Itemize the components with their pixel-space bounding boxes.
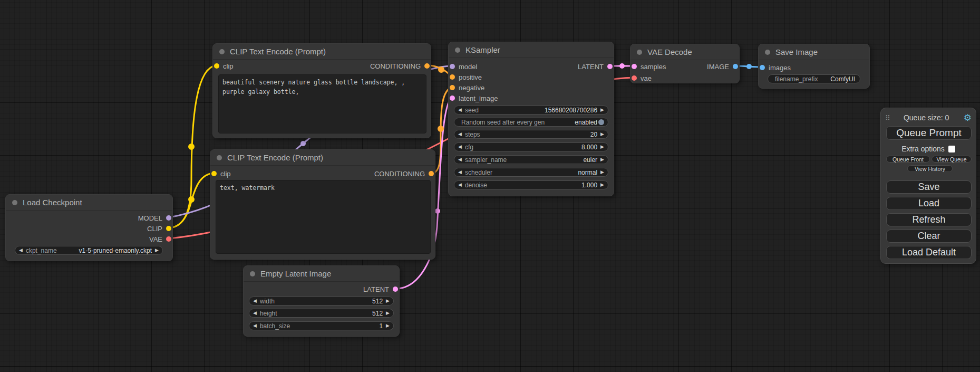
- seed-widget[interactable]: ◀ seed 156680208700286 ▶: [454, 106, 608, 115]
- node-titlebar[interactable]: CLIP Text Encode (Prompt): [213, 44, 431, 60]
- drag-handle-icon[interactable]: ⠿: [885, 114, 889, 122]
- decrement-arrow-icon[interactable]: ◀: [458, 145, 462, 149]
- node-titlebar[interactable]: CLIP Text Encode (Prompt): [210, 150, 435, 166]
- width-widget[interactable]: ◀ width 512 ▶: [249, 297, 394, 306]
- link-dot-negative[interactable]: [438, 126, 444, 132]
- node-empty-latent-image[interactable]: Empty Latent Image LATENT ◀ width 512 ▶ …: [243, 265, 400, 337]
- link-dot-clip2[interactable]: [188, 196, 195, 203]
- decrement-arrow-icon[interactable]: ◀: [19, 248, 23, 253]
- decrement-arrow-icon[interactable]: ◀: [253, 299, 257, 303]
- widget-value: enabled: [575, 119, 597, 126]
- extra-options-checkbox[interactable]: [948, 146, 955, 152]
- view-history-button[interactable]: View History: [907, 165, 953, 172]
- random-seed-widget[interactable]: Random seed after every gen enabled: [454, 118, 608, 127]
- model-output-port[interactable]: [166, 215, 171, 221]
- decrement-arrow-icon[interactable]: ◀: [458, 157, 462, 162]
- node-clip-text-encode-negative[interactable]: CLIP Text Encode (Prompt) clip CONDITION…: [210, 149, 435, 260]
- latent-output-port[interactable]: [393, 287, 398, 292]
- node-graph-canvas[interactable]: Load Checkpoint MODEL CLIP VAE ◀ ckpt_na…: [0, 0, 980, 372]
- queue-front-button[interactable]: Queue Front: [886, 156, 930, 163]
- conditioning-output-port[interactable]: [429, 171, 434, 176]
- settings-gear-icon[interactable]: ⚙: [964, 113, 972, 122]
- clip-output-port[interactable]: [166, 226, 171, 231]
- node-save-image[interactable]: Save Image images filename_prefix ComfyU…: [758, 44, 870, 89]
- node-titlebar[interactable]: KSampler: [449, 42, 614, 58]
- node-load-checkpoint[interactable]: Load Checkpoint MODEL CLIP VAE ◀ ckpt_na…: [5, 194, 173, 261]
- steps-widget[interactable]: ◀ steps 20 ▶: [454, 130, 608, 139]
- ckpt-name-widget[interactable]: ◀ ckpt_name v1-5-pruned-emaonly.ckpt ▶: [15, 246, 163, 255]
- conditioning-output-port[interactable]: [424, 63, 430, 69]
- latent-image-input-port[interactable]: [450, 96, 455, 101]
- increment-arrow-icon[interactable]: ▶: [600, 183, 604, 187]
- decrement-arrow-icon[interactable]: ◀: [458, 170, 462, 175]
- collapse-dot-icon[interactable]: [637, 50, 642, 55]
- increment-arrow-icon[interactable]: ▶: [386, 311, 390, 316]
- negative-input-port[interactable]: [450, 85, 455, 90]
- latent-output-port[interactable]: [607, 64, 613, 69]
- image-output-port[interactable]: [733, 64, 738, 69]
- decrement-arrow-icon[interactable]: ◀: [458, 183, 462, 187]
- port-label: IMAGE: [707, 63, 729, 71]
- node-title-text: KSampler: [465, 45, 500, 54]
- negative-prompt-textarea[interactable]: text, watermark: [216, 180, 431, 254]
- save-button[interactable]: Save: [886, 180, 972, 194]
- increment-arrow-icon[interactable]: ▶: [600, 157, 604, 162]
- link-dot-model[interactable]: [300, 141, 306, 146]
- menu-panel: ⠿ Queue size: 0 ⚙ Queue Prompt Extra opt…: [880, 108, 976, 264]
- filename-prefix-widget[interactable]: filename_prefix ComfyUI: [768, 74, 860, 83]
- link-dot-samples[interactable]: [619, 63, 625, 69]
- collapse-dot-icon[interactable]: [12, 200, 17, 205]
- decrement-arrow-icon[interactable]: ◀: [253, 311, 257, 316]
- node-ksampler[interactable]: KSampler model LATENT positive negative …: [448, 42, 614, 196]
- node-titlebar[interactable]: Empty Latent Image: [244, 266, 399, 282]
- refresh-button[interactable]: Refresh: [886, 213, 972, 226]
- port-label: LATENT: [363, 285, 389, 293]
- increment-arrow-icon[interactable]: ▶: [600, 145, 604, 149]
- increment-arrow-icon[interactable]: ▶: [600, 108, 604, 112]
- height-widget[interactable]: ◀ height 512 ▶: [249, 309, 394, 318]
- collapse-dot-icon[interactable]: [455, 47, 460, 53]
- node-vae-decode[interactable]: VAE Decode samples IMAGE vae: [630, 44, 740, 83]
- positive-prompt-textarea[interactable]: beautiful scenery nature glass bottle la…: [218, 74, 426, 133]
- widget-label: steps: [465, 131, 480, 138]
- increment-arrow-icon[interactable]: ▶: [600, 170, 604, 175]
- link-dot-latent[interactable]: [435, 208, 440, 214]
- positive-input-port[interactable]: [450, 74, 455, 80]
- link-dot-images[interactable]: [746, 64, 752, 69]
- denoise-widget[interactable]: ◀ denoise 1.000 ▶: [454, 180, 608, 189]
- batch-size-widget[interactable]: ◀ batch_size 1 ▶: [249, 321, 394, 330]
- vae-output-port[interactable]: [166, 236, 171, 242]
- node-clip-text-encode-positive[interactable]: CLIP Text Encode (Prompt) clip CONDITION…: [212, 43, 431, 138]
- link-dot-clip1[interactable]: [188, 144, 195, 150]
- node-titlebar[interactable]: VAE Decode: [630, 44, 739, 60]
- collapse-dot-icon[interactable]: [219, 49, 225, 54]
- model-input-port[interactable]: [450, 64, 455, 69]
- vae-input-port[interactable]: [632, 75, 637, 81]
- clear-button[interactable]: Clear: [886, 230, 972, 243]
- increment-arrow-icon[interactable]: ▶: [386, 299, 390, 303]
- collapse-dot-icon[interactable]: [250, 271, 255, 276]
- clip-input-port[interactable]: [214, 63, 219, 69]
- decrement-arrow-icon[interactable]: ◀: [253, 323, 257, 328]
- decrement-arrow-icon[interactable]: ◀: [458, 132, 462, 137]
- increment-arrow-icon[interactable]: ▶: [155, 248, 159, 253]
- sampler-name-widget[interactable]: ◀ sampler_name euler ▶: [454, 155, 608, 164]
- collapse-dot-icon[interactable]: [217, 155, 222, 160]
- load-default-button[interactable]: Load Default: [886, 246, 972, 259]
- decrement-arrow-icon[interactable]: ◀: [458, 108, 462, 112]
- load-button[interactable]: Load: [886, 197, 972, 210]
- collapse-dot-icon[interactable]: [765, 50, 770, 55]
- toggle-icon[interactable]: [598, 119, 604, 125]
- images-input-port[interactable]: [760, 65, 765, 70]
- node-titlebar[interactable]: Save Image: [759, 44, 869, 60]
- increment-arrow-icon[interactable]: ▶: [600, 132, 604, 137]
- increment-arrow-icon[interactable]: ▶: [386, 323, 390, 328]
- node-titlebar[interactable]: Load Checkpoint: [6, 195, 172, 211]
- queue-prompt-button[interactable]: Queue Prompt: [886, 126, 972, 140]
- clip-input-port[interactable]: [211, 171, 217, 176]
- scheduler-widget[interactable]: ◀ scheduler normal ▶: [454, 168, 608, 177]
- view-queue-button[interactable]: View Queue: [932, 156, 972, 163]
- samples-input-port[interactable]: [632, 64, 637, 69]
- link-dot-positive[interactable]: [438, 66, 444, 73]
- cfg-widget[interactable]: ◀ cfg 8.000 ▶: [454, 142, 608, 151]
